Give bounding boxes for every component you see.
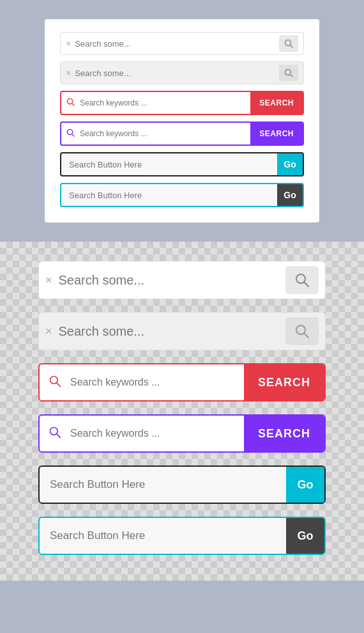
search-bar-black-lg: Go <box>38 465 326 504</box>
search-bar-gray: × <box>60 61 304 84</box>
search-bar-gray-lg: × <box>38 312 326 350</box>
svg-line-7 <box>72 134 74 136</box>
search-input-e[interactable] <box>61 160 277 169</box>
svg-line-9 <box>305 283 309 287</box>
search-bar-white: × <box>60 32 304 55</box>
clear-icon-lg-a[interactable]: × <box>45 274 52 287</box>
clear-icon-lg-b[interactable]: × <box>45 325 52 338</box>
search-input-f-lg[interactable] <box>40 529 286 542</box>
search-input-f[interactable] <box>61 191 277 200</box>
search-bar-black: Go <box>60 152 304 176</box>
search-icon-d <box>61 129 80 139</box>
search-button-b-lg[interactable] <box>285 317 319 345</box>
search-input-c-lg[interactable] <box>70 377 244 388</box>
search-button-c-lg[interactable]: SEARCH <box>244 364 324 400</box>
search-bar-red: SEARCH <box>60 91 304 115</box>
svg-line-15 <box>57 434 60 437</box>
search-icon-c-lg <box>40 375 70 391</box>
svg-line-5 <box>72 104 74 106</box>
go-button-e-lg[interactable]: Go <box>286 467 324 503</box>
search-bar-purple-lg: SEARCH <box>38 414 326 453</box>
search-bar-purple: SEARCH <box>60 121 304 146</box>
search-input-d-lg[interactable] <box>70 428 244 439</box>
search-button-c[interactable]: SEARCH <box>250 92 303 114</box>
search-bar-teal: Go <box>60 183 304 207</box>
search-bar-red-lg: SEARCH <box>38 363 326 402</box>
search-button-d-lg[interactable]: SEARCH <box>244 416 324 451</box>
search-input-b[interactable] <box>75 68 279 78</box>
clear-icon-b[interactable]: × <box>66 68 71 78</box>
top-card: × × SEARCH <box>45 19 319 223</box>
search-input-e-lg[interactable] <box>40 478 286 491</box>
bottom-section: × × SEARCH <box>0 242 364 581</box>
search-input-a[interactable] <box>75 39 279 49</box>
search-button-d[interactable]: SEARCH <box>250 123 303 145</box>
search-input-d[interactable] <box>80 129 250 138</box>
go-button-e[interactable]: Go <box>277 153 303 175</box>
search-icon-c <box>61 98 80 108</box>
search-input-a-lg[interactable] <box>59 273 285 288</box>
go-button-f[interactable]: Go <box>277 184 303 206</box>
go-button-f-lg[interactable]: Go <box>286 518 324 554</box>
search-icon-d-lg <box>40 426 70 442</box>
search-button-a-lg[interactable] <box>285 266 319 294</box>
svg-line-13 <box>57 382 60 386</box>
search-input-b-lg[interactable] <box>59 324 285 339</box>
clear-icon[interactable]: × <box>66 38 71 49</box>
search-button-a[interactable] <box>279 35 298 52</box>
search-input-c[interactable] <box>80 98 250 107</box>
svg-line-3 <box>291 75 293 77</box>
search-bar-teal-lg: Go <box>38 517 326 555</box>
search-bar-white-lg: × <box>38 261 326 299</box>
svg-line-1 <box>291 45 293 48</box>
svg-line-11 <box>305 334 309 338</box>
search-button-b[interactable] <box>279 65 298 81</box>
